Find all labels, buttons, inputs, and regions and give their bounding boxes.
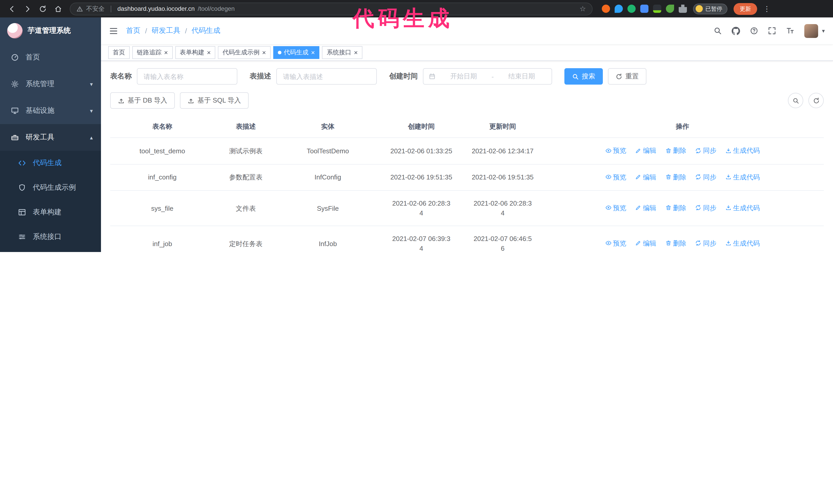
tab-system-api[interactable]: 系统接口 ×	[322, 46, 362, 59]
close-icon[interactable]: ×	[262, 49, 266, 56]
help-icon[interactable]	[750, 27, 758, 35]
sidebar-submenu: 代码生成 代码生成示例 表单构建	[0, 151, 101, 252]
extensions-puzzle-icon[interactable]	[679, 5, 687, 13]
extension-icon[interactable]	[640, 5, 648, 13]
tab-codegen-example[interactable]: 代码生成示例 ×	[218, 46, 270, 59]
browser-reload-icon[interactable]	[36, 2, 49, 16]
edit-link[interactable]: 编辑	[635, 146, 656, 155]
sync-link[interactable]: 同步	[695, 203, 716, 213]
app-logo[interactable]: 芋道管理系统	[0, 18, 101, 44]
cell-table-name: inf_job	[110, 226, 214, 252]
delete-link[interactable]: 删除	[665, 238, 686, 248]
extension-icon[interactable]	[602, 5, 610, 13]
extension-icon[interactable]	[615, 5, 623, 13]
address-bar[interactable]: 不安全 dashboard.yudao.iocoder.cn/tool/code…	[70, 2, 593, 15]
tab-codegen[interactable]: 代码生成 ×	[273, 46, 319, 59]
sidebar-item-codegen-example[interactable]: 代码生成示例	[0, 175, 101, 200]
tab-form-builder[interactable]: 表单构建 ×	[175, 46, 215, 59]
sidebar-item-codegen[interactable]: 代码生成	[0, 151, 101, 175]
delete-link[interactable]: 删除	[665, 146, 686, 155]
url-path: /tool/codegen	[198, 5, 235, 12]
profile-avatar-icon	[696, 5, 703, 12]
edit-link[interactable]: 编辑	[635, 238, 656, 248]
sidebar: 芋道管理系统 首页 系统管理 ▾	[0, 18, 101, 252]
close-icon[interactable]: ×	[311, 49, 315, 56]
bookmark-star-icon[interactable]: ☆	[579, 5, 586, 13]
eye-icon	[605, 205, 611, 211]
browser-menu-kebab-icon[interactable]: ⋮	[763, 5, 770, 13]
breadcrumb-devtools[interactable]: 研发工具	[152, 26, 181, 35]
sidebar-item-system[interactable]: 系统管理 ▾	[0, 71, 101, 97]
search-icon[interactable]	[714, 27, 722, 35]
extension-icon[interactable]	[666, 5, 674, 13]
delete-link[interactable]: 删除	[665, 172, 686, 182]
table-name-label: 表名称	[110, 72, 132, 81]
preview-link[interactable]: 预览	[605, 238, 626, 248]
sidebar-item-label: 代码生成	[33, 159, 62, 168]
close-icon[interactable]: ×	[354, 49, 358, 56]
sync-link[interactable]: 同步	[695, 172, 716, 182]
generate-code-link[interactable]: 生成代码	[725, 238, 760, 248]
sync-link[interactable]: 同步	[695, 146, 716, 155]
delete-link[interactable]: 删除	[665, 203, 686, 213]
extensions-area	[602, 5, 687, 13]
github-icon[interactable]	[732, 26, 740, 35]
refresh-table-button[interactable]	[808, 93, 824, 108]
create-time-range-picker[interactable]: 开始日期 - 结束日期	[423, 68, 552, 85]
sidebar-item-db-doc[interactable]: 数据库文档	[0, 249, 101, 252]
import-sql-button[interactable]: 基于 SQL 导入	[180, 92, 249, 109]
preview-link[interactable]: 预览	[605, 203, 626, 213]
cell-updated-time: 2021-02-06 20:28:3 4	[464, 190, 541, 226]
sidebar-item-label: 表单构建	[33, 208, 62, 217]
table-desc-input[interactable]	[276, 68, 377, 85]
extension-icon[interactable]	[627, 5, 636, 13]
sidebar-toggle-icon[interactable]	[109, 26, 118, 35]
cell-actions: 预览 编辑	[541, 138, 824, 164]
browser-home-icon[interactable]	[51, 2, 65, 16]
profile-paused-badge[interactable]: 已暂停	[693, 3, 728, 14]
sidebar-item-infrastructure[interactable]: 基础设施 ▾	[0, 97, 101, 124]
tab-label: 表单构建	[180, 48, 204, 57]
edit-link[interactable]: 编辑	[635, 172, 656, 182]
sync-link[interactable]: 同步	[695, 238, 716, 248]
toggle-search-button[interactable]	[788, 93, 803, 108]
reset-button[interactable]: 重置	[608, 68, 646, 85]
breadcrumb-home[interactable]: 首页	[126, 26, 140, 35]
sidebar-item-system-api[interactable]: 系统接口	[0, 224, 101, 249]
edit-link[interactable]: 编辑	[635, 203, 656, 213]
browser-forward-icon[interactable]	[21, 2, 34, 16]
user-avatar[interactable]	[805, 24, 818, 38]
import-db-button[interactable]: 基于 DB 导入	[110, 92, 175, 109]
table-name-input[interactable]	[137, 68, 237, 85]
cell-table-desc: 定时任务表	[214, 226, 277, 252]
generate-code-link[interactable]: 生成代码	[725, 172, 760, 182]
screen: 不安全 dashboard.yudao.iocoder.cn/tool/code…	[0, 0, 833, 252]
fullscreen-icon[interactable]	[768, 27, 776, 35]
cell-created-time: 2021-02-06 19:51:35	[379, 164, 464, 190]
close-icon[interactable]: ×	[164, 49, 168, 56]
preview-link[interactable]: 预览	[605, 172, 626, 182]
close-icon[interactable]: ×	[207, 49, 211, 56]
browser-update-button[interactable]: 更新	[734, 3, 757, 15]
generate-code-link[interactable]: 生成代码	[725, 146, 760, 155]
sidebar-item-devtools[interactable]: 研发工具 ▴	[0, 124, 101, 151]
pencil-icon	[635, 240, 641, 246]
security-label[interactable]: 不安全	[86, 4, 104, 13]
search-button[interactable]: 搜索	[564, 68, 603, 85]
chevron-down-icon[interactable]: ▾	[822, 27, 825, 34]
search-icon	[572, 73, 579, 80]
font-size-icon[interactable]	[786, 27, 795, 35]
browser-back-icon[interactable]	[5, 2, 19, 16]
generate-code-link[interactable]: 生成代码	[725, 203, 760, 213]
sidebar-item-home[interactable]: 首页	[0, 44, 101, 71]
tab-tracing[interactable]: 链路追踪 ×	[132, 46, 172, 59]
sync-icon	[695, 240, 701, 246]
tab-home[interactable]: 首页	[108, 46, 130, 59]
preview-link[interactable]: 预览	[605, 146, 626, 155]
cell-created-time: 2021-02-07 06:39:3 4	[379, 226, 464, 252]
extension-icon[interactable]	[653, 5, 661, 13]
calendar-icon	[429, 73, 436, 80]
main-content: 首页 / 研发工具 / 代码生成	[101, 18, 833, 252]
table-desc-label: 表描述	[249, 72, 271, 81]
sidebar-item-form-builder[interactable]: 表单构建	[0, 200, 101, 224]
